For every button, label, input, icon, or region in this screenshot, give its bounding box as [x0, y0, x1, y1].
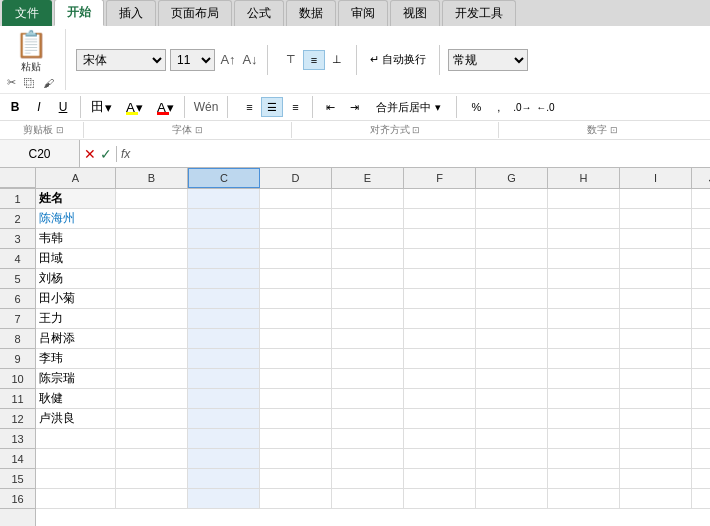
cut-button[interactable]: ✂ — [4, 75, 19, 90]
increase-decimal-button[interactable]: .0→ — [511, 97, 533, 117]
cell-i16[interactable] — [620, 489, 692, 509]
cell-h8[interactable] — [548, 329, 620, 349]
col-header-i[interactable]: I — [620, 168, 692, 188]
cell-a10[interactable]: 陈宗瑞 — [36, 369, 116, 389]
paste-button[interactable]: 📋 — [15, 29, 47, 60]
cell-e15[interactable] — [332, 469, 404, 489]
cell-d10[interactable] — [260, 369, 332, 389]
row-header-8[interactable]: 8 — [0, 329, 35, 349]
col-header-f[interactable]: F — [404, 168, 476, 188]
cell-h16[interactable] — [548, 489, 620, 509]
cell-c3[interactable] — [188, 229, 260, 249]
col-header-a[interactable]: A — [36, 168, 116, 188]
tab-start[interactable]: 开始 — [54, 0, 104, 26]
underline-button[interactable]: U — [52, 97, 74, 117]
cell-c6[interactable] — [188, 289, 260, 309]
cell-d15[interactable] — [260, 469, 332, 489]
number-format-select[interactable]: 常规 数字 货币 会计专用 日期 百分比 文本 — [448, 49, 528, 71]
tab-formula[interactable]: 公式 — [234, 0, 284, 26]
cell-j13[interactable] — [692, 429, 710, 449]
cell-i3[interactable] — [620, 229, 692, 249]
row-header-13[interactable]: 13 — [0, 429, 35, 449]
cell-d4[interactable] — [260, 249, 332, 269]
row-header-9[interactable]: 9 — [0, 349, 35, 369]
cell-d6[interactable] — [260, 289, 332, 309]
cell-d9[interactable] — [260, 349, 332, 369]
cell-e11[interactable] — [332, 389, 404, 409]
cell-c7[interactable] — [188, 309, 260, 329]
comma-button[interactable]: , — [492, 98, 505, 116]
tab-data[interactable]: 数据 — [286, 0, 336, 26]
cell-c15[interactable] — [188, 469, 260, 489]
cell-i6[interactable] — [620, 289, 692, 309]
cell-i5[interactable] — [620, 269, 692, 289]
cell-b12[interactable] — [116, 409, 188, 429]
cell-f1[interactable] — [404, 189, 476, 209]
cell-c8[interactable] — [188, 329, 260, 349]
cell-a8[interactable]: 吕树添 — [36, 329, 116, 349]
cell-e7[interactable] — [332, 309, 404, 329]
font-color-button[interactable]: A ▾ — [153, 98, 178, 117]
increase-indent-button[interactable]: ⇥ — [343, 97, 365, 117]
cancel-formula-icon[interactable]: ✕ — [84, 146, 96, 162]
cell-e8[interactable] — [332, 329, 404, 349]
cell-b11[interactable] — [116, 389, 188, 409]
cell-b8[interactable] — [116, 329, 188, 349]
cell-j1[interactable] — [692, 189, 710, 209]
cell-a15[interactable] — [36, 469, 116, 489]
cell-b6[interactable] — [116, 289, 188, 309]
cell-b10[interactable] — [116, 369, 188, 389]
font-shrink-button[interactable]: A↓ — [241, 51, 259, 69]
cell-f16[interactable] — [404, 489, 476, 509]
cell-h4[interactable] — [548, 249, 620, 269]
cell-h15[interactable] — [548, 469, 620, 489]
cell-c5[interactable] — [188, 269, 260, 289]
cell-i8[interactable] — [620, 329, 692, 349]
cell-b2[interactable] — [116, 209, 188, 229]
cell-i13[interactable] — [620, 429, 692, 449]
cell-h14[interactable] — [548, 449, 620, 469]
row-header-16[interactable]: 16 — [0, 489, 35, 509]
cell-c1[interactable] — [188, 189, 260, 209]
clipboard-expand-icon[interactable]: ⊡ — [56, 125, 64, 135]
cell-b3[interactable] — [116, 229, 188, 249]
cell-j12[interactable] — [692, 409, 710, 429]
cell-b4[interactable] — [116, 249, 188, 269]
cell-d13[interactable] — [260, 429, 332, 449]
cell-j16[interactable] — [692, 489, 710, 509]
cell-g6[interactable] — [476, 289, 548, 309]
cell-b16[interactable] — [116, 489, 188, 509]
cell-f7[interactable] — [404, 309, 476, 329]
cell-c10[interactable] — [188, 369, 260, 389]
cell-b7[interactable] — [116, 309, 188, 329]
cell-a14[interactable] — [36, 449, 116, 469]
cell-f2[interactable] — [404, 209, 476, 229]
cell-g16[interactable] — [476, 489, 548, 509]
cell-g9[interactable] — [476, 349, 548, 369]
cell-g4[interactable] — [476, 249, 548, 269]
cell-a16[interactable] — [36, 489, 116, 509]
cell-a5[interactable]: 刘杨 — [36, 269, 116, 289]
cell-e10[interactable] — [332, 369, 404, 389]
cell-h10[interactable] — [548, 369, 620, 389]
cell-f15[interactable] — [404, 469, 476, 489]
h-align-left-button[interactable]: ≡ — [238, 97, 260, 117]
cell-i9[interactable] — [620, 349, 692, 369]
tab-file[interactable]: 文件 — [2, 0, 52, 26]
wrap-text-button[interactable]: ↵ 自动换行 — [365, 49, 431, 70]
cell-e1[interactable] — [332, 189, 404, 209]
cell-g2[interactable] — [476, 209, 548, 229]
cell-b13[interactable] — [116, 429, 188, 449]
cell-h6[interactable] — [548, 289, 620, 309]
cell-e2[interactable] — [332, 209, 404, 229]
italic-button[interactable]: I — [28, 97, 50, 117]
cell-e16[interactable] — [332, 489, 404, 509]
cell-e12[interactable] — [332, 409, 404, 429]
copy-button[interactable]: ⿻ — [21, 75, 38, 90]
formula-input[interactable] — [134, 147, 710, 161]
cell-i14[interactable] — [620, 449, 692, 469]
cell-d12[interactable] — [260, 409, 332, 429]
row-header-3[interactable]: 3 — [0, 229, 35, 249]
cell-j15[interactable] — [692, 469, 710, 489]
cell-reference-box[interactable] — [0, 140, 80, 167]
